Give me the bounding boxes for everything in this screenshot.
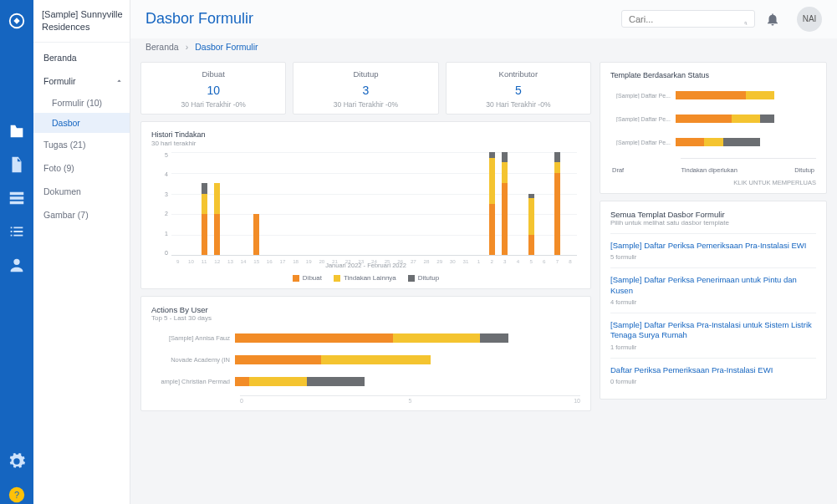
avatar[interactable]: NAI: [797, 7, 822, 32]
actions-by-user-card: Actions By User Top 5 - Last 30 days [Sa…: [140, 296, 591, 411]
search-input[interactable]: [629, 14, 744, 24]
svg-text:?: ?: [14, 490, 19, 500]
sidebar: [Sample] Sunnyville Residences Beranda F…: [33, 0, 130, 504]
sidebar-item-gambar[interactable]: Gambar (7): [33, 203, 130, 227]
histori-chart: 543210 910111213141516171819202122232425…: [151, 152, 580, 269]
breadcrumb-current: Dasbor Formulir: [195, 42, 258, 52]
rail-people-icon[interactable]: [8, 256, 26, 274]
sidebar-item-beranda[interactable]: Beranda: [33, 46, 130, 69]
template-status-card: Template Berdasarkan Status [Sample] Daf…: [600, 62, 827, 194]
rail-documents-icon[interactable]: [8, 155, 26, 174]
template-list-card: Semua Templat Dasbor Formulir Pilih untu…: [600, 201, 827, 400]
rail-help-icon[interactable]: ?: [8, 486, 26, 504]
kpi-row: Dibuat 10 30 Hari Terakhir -0% Ditutup 3…: [140, 62, 591, 115]
histori-card: Histori Tindakan 30 hari terakhir 543210…: [140, 121, 591, 289]
page-title: Dasbor Formulir: [145, 10, 611, 28]
sidebar-sub-formulir-count[interactable]: Formulir (10): [33, 93, 130, 113]
template-status-legend: Draf Tindakan diperlukan Ditutup: [610, 166, 816, 174]
rail-tables-icon[interactable]: [8, 189, 26, 207]
logo-icon: [8, 12, 26, 33]
sidebar-item-dokumen[interactable]: Dokumen: [33, 180, 130, 203]
main: Dasbor Formulir NAI Beranda › Dasbor For…: [130, 0, 837, 504]
topbar: Dasbor Formulir NAI: [130, 0, 837, 38]
search-input-wrap[interactable]: [621, 10, 755, 28]
breadcrumb: Beranda › Dasbor Formulir: [130, 38, 837, 59]
icon-rail: ?: [0, 0, 33, 504]
kpi-card[interactable]: Dibuat 10 30 Hari Terakhir -0%: [140, 62, 286, 115]
sidebar-item-tugas[interactable]: Tugas (21): [33, 133, 130, 156]
search-icon: [744, 13, 748, 24]
sidebar-item-formulir[interactable]: Formulir: [33, 69, 130, 93]
chevron-up-icon: [115, 76, 123, 86]
sidebar-item-foto[interactable]: Foto (9): [33, 156, 130, 180]
rail-projects-icon[interactable]: [8, 122, 26, 140]
breadcrumb-home[interactable]: Beranda: [145, 42, 179, 52]
chevron-right-icon: ›: [186, 42, 189, 52]
expand-link[interactable]: KLIK UNTUK MEMPERLUAS: [610, 179, 816, 186]
project-name: [Sample] Sunnyville Residences: [33, 0, 130, 43]
kpi-card[interactable]: Ditutup 3 30 Hari Terakhir -0%: [293, 62, 438, 115]
template-list-item[interactable]: [Sample] Daftar Periksa Pra-Instalasi un…: [610, 313, 816, 358]
rail-list-icon[interactable]: [8, 222, 26, 241]
template-list-item[interactable]: [Sample] Daftar Periksa Penerimaan untuk…: [610, 267, 816, 313]
template-list-item[interactable]: [Sample] Daftar Periksa Pemeriksaan Pra-…: [610, 233, 816, 267]
rail-settings-icon[interactable]: [8, 452, 26, 471]
histori-legend: Dibuat Tindakan Lainnya Ditutup: [151, 274, 580, 282]
template-list-item[interactable]: Daftar Periksa Pemeriksaan Pra-Instalasi…: [610, 358, 816, 392]
bell-icon[interactable]: [765, 12, 780, 27]
sidebar-sub-dasbor[interactable]: Dasbor: [33, 113, 130, 133]
kpi-card[interactable]: Kontributor 5 30 Hari Terakhir -0%: [446, 62, 591, 115]
